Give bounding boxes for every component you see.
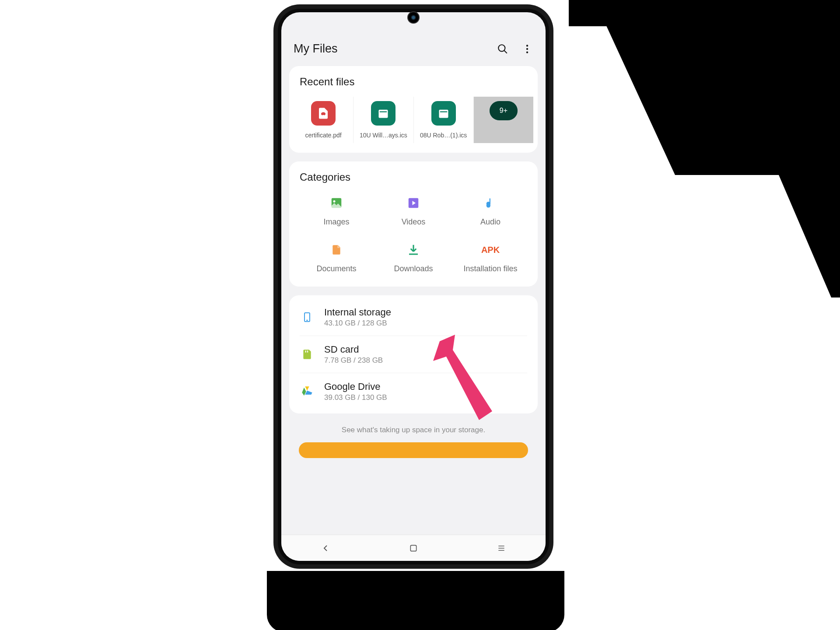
chevron-left-icon (320, 543, 331, 553)
category-label: Videos (402, 217, 426, 227)
apk-icon: APK (483, 242, 498, 257)
video-icon (406, 196, 421, 210)
calendar-icon (431, 101, 456, 126)
nav-back-button[interactable] (308, 539, 343, 557)
recent-file-more[interactable]: 9+ (474, 97, 533, 143)
background-shape (752, 175, 840, 298)
category-documents[interactable]: Documents (298, 242, 375, 273)
svg-rect-5 (379, 110, 388, 118)
category-audio[interactable]: Audio (452, 196, 529, 227)
category-videos[interactable]: Videos (375, 196, 452, 227)
category-installation-files[interactable]: APK Installation files (452, 242, 529, 273)
audio-icon (483, 196, 498, 210)
search-button[interactable] (497, 43, 509, 55)
storage-analysis-button[interactable] (299, 442, 528, 458)
storage-internal[interactable]: Internal storage 43.10 GB / 128 GB (300, 299, 527, 336)
document-icon (329, 242, 344, 257)
sd-card-icon (300, 347, 315, 362)
menu-icon (497, 544, 506, 553)
svg-rect-16 (307, 350, 308, 352)
storage-name: Google Drive (324, 381, 527, 392)
storage-size: 43.10 GB / 128 GB (324, 319, 527, 328)
category-label: Documents (316, 264, 356, 273)
phone-frame: My Files Recent files certificate.pdf 10… (273, 4, 553, 569)
more-count-badge: 9+ (490, 101, 518, 120)
download-icon (406, 242, 421, 257)
category-label: Images (323, 217, 349, 227)
svg-rect-7 (439, 110, 448, 118)
svg-rect-15 (305, 350, 306, 352)
storage-card: Internal storage 43.10 GB / 128 GB SD ca… (289, 295, 538, 413)
svg-point-3 (526, 48, 528, 49)
category-label: Audio (480, 217, 500, 227)
svg-point-10 (333, 200, 336, 203)
svg-rect-6 (380, 111, 387, 112)
svg-rect-8 (440, 111, 447, 112)
google-drive-icon (300, 384, 315, 399)
background-shape (569, 0, 840, 26)
category-label: Downloads (394, 264, 433, 273)
categories-title: Categories (289, 171, 538, 192)
camera-cutout (407, 11, 420, 24)
svg-line-1 (504, 50, 507, 53)
svg-point-4 (526, 51, 528, 53)
recent-file-item[interactable]: certificate.pdf (294, 97, 354, 143)
recent-files-card: Recent files certificate.pdf 10U Will…ay… (289, 66, 538, 153)
recent-file-name: 10U Will…ays.ics (355, 132, 411, 139)
categories-card: Categories Images Videos Audio Documents (289, 161, 538, 287)
nav-recents-button[interactable] (484, 539, 519, 557)
storage-sd-card[interactable]: SD card 7.78 GB / 238 GB (300, 336, 527, 373)
image-icon (329, 196, 344, 210)
storage-google-drive[interactable]: Google Drive 39.03 GB / 130 GB (300, 373, 527, 410)
svg-point-0 (498, 45, 505, 51)
more-vertical-icon (522, 43, 533, 55)
app-title: My Files (294, 42, 497, 56)
square-icon (409, 544, 418, 553)
recent-files-title: Recent files (289, 76, 538, 97)
storage-tip-text: See what's taking up space in your stora… (281, 422, 546, 442)
calendar-icon (371, 101, 396, 126)
recent-file-item[interactable]: 10U Will…ays.ics (354, 97, 413, 143)
pdf-icon (311, 101, 336, 126)
app-header: My Files (281, 34, 546, 66)
recent-file-item[interactable]: 08U Rob…(1).ics (414, 97, 474, 143)
category-label: Installation files (463, 264, 517, 273)
phone-icon (300, 310, 315, 325)
background-shape (267, 571, 564, 630)
svg-point-12 (486, 203, 490, 207)
nav-home-button[interactable] (396, 539, 431, 557)
storage-name: Internal storage (324, 307, 527, 318)
navigation-bar (281, 535, 546, 561)
svg-rect-17 (410, 545, 416, 551)
storage-name: SD card (324, 344, 527, 355)
storage-size: 39.03 GB / 130 GB (324, 393, 527, 402)
svg-point-2 (526, 45, 528, 46)
recent-file-name: certificate.pdf (295, 132, 351, 139)
more-options-button[interactable] (521, 43, 533, 55)
recent-file-name: 08U Rob…(1).ics (416, 132, 472, 139)
category-downloads[interactable]: Downloads (375, 242, 452, 273)
category-images[interactable]: Images (298, 196, 375, 227)
storage-size: 7.78 GB / 238 GB (324, 356, 527, 365)
search-icon (497, 43, 508, 55)
background-shape (586, 26, 840, 175)
more-files-icon: 9+ (490, 101, 518, 120)
